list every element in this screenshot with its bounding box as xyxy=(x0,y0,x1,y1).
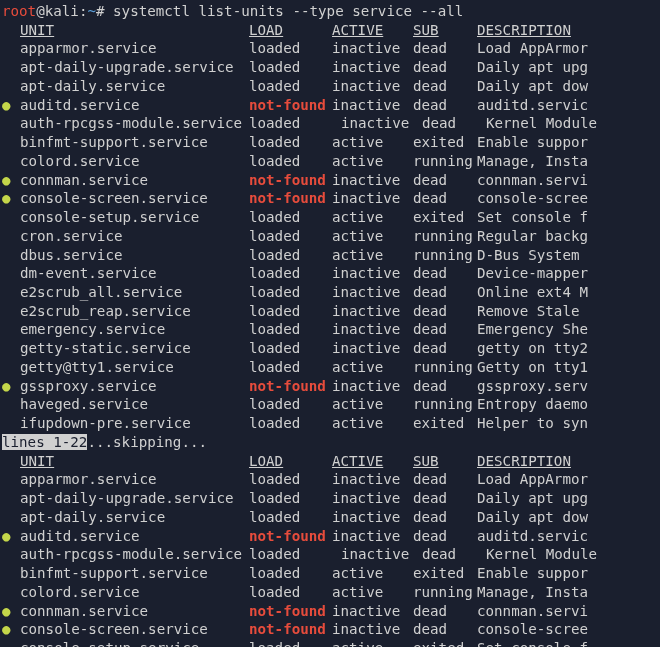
header-load: LOAD xyxy=(249,452,332,471)
description: Enable suppor xyxy=(477,564,660,583)
load-state: loaded xyxy=(249,227,332,246)
description: Daily apt upg xyxy=(477,489,660,508)
status-bullet-icon: ● xyxy=(2,377,20,396)
table-row: emergency.serviceloadedinactivedeadEmerg… xyxy=(2,320,660,339)
unit-name: console-setup.service xyxy=(20,639,249,647)
table-row: binfmt-support.serviceloadedactiveexited… xyxy=(2,133,660,152)
header-active: ACTIVE xyxy=(332,21,413,40)
load-state: loaded xyxy=(249,639,332,647)
status-bullet-icon: ● xyxy=(2,171,20,190)
unit-name: e2scrub_all.service xyxy=(20,283,249,302)
active-state: inactive xyxy=(332,470,413,489)
status-bullet-icon xyxy=(2,283,20,302)
status-bullet-icon xyxy=(2,639,20,647)
description: auditd.servic xyxy=(477,527,660,546)
unit-name: colord.service xyxy=(20,152,249,171)
table-row: auth-rpcgss-module.serviceloadedinactive… xyxy=(2,114,660,133)
load-state: loaded xyxy=(249,77,332,96)
unit-name: apparmor.service xyxy=(20,470,249,489)
active-state: inactive xyxy=(332,171,413,190)
load-state: loaded xyxy=(249,39,332,58)
status-bullet-icon: ● xyxy=(2,602,20,621)
description: Emergency She xyxy=(477,320,660,339)
table-row: binfmt-support.serviceloadedactiveexited… xyxy=(2,564,660,583)
sub-state: exited xyxy=(413,133,477,152)
description: Daily apt dow xyxy=(477,508,660,527)
active-state: inactive xyxy=(332,339,413,358)
status-bullet-icon xyxy=(2,208,20,227)
load-state: loaded xyxy=(249,489,332,508)
description: Enable suppor xyxy=(477,133,660,152)
prompt-host: kali xyxy=(45,3,79,19)
table-row: apt-daily.serviceloadedinactivedeadDaily… xyxy=(2,77,660,96)
description: Manage, Insta xyxy=(477,583,660,602)
sub-state: dead xyxy=(413,470,477,489)
description: Load AppArmor xyxy=(477,39,660,58)
load-state: loaded xyxy=(249,246,332,265)
description: D-Bus System xyxy=(477,246,660,265)
status-bullet-icon xyxy=(2,320,20,339)
table-row: colord.serviceloadedactiverunningManage,… xyxy=(2,583,660,602)
sub-state: running xyxy=(413,246,477,265)
table-row: apparmor.serviceloadedinactivedeadLoad A… xyxy=(2,39,660,58)
load-state: loaded xyxy=(249,414,332,433)
active-state: active xyxy=(332,414,413,433)
sub-state: dead xyxy=(413,320,477,339)
unit-name: apt-daily-upgrade.service xyxy=(20,489,249,508)
prompt-line[interactable]: root@kali:~# systemctl list-units --type… xyxy=(2,2,660,21)
active-state: active xyxy=(332,227,413,246)
load-state: not-found xyxy=(249,602,332,621)
active-state: inactive xyxy=(332,320,413,339)
unit-name: auditd.service xyxy=(20,96,249,115)
pager-line[interactable]: lines 1-22...skipping... xyxy=(2,433,660,452)
status-bullet-icon: ● xyxy=(2,527,20,546)
table-row: apparmor.serviceloadedinactivedeadLoad A… xyxy=(2,470,660,489)
pager-skip: ...skipping... xyxy=(87,434,207,450)
description: Set console f xyxy=(477,208,660,227)
status-bullet-icon xyxy=(2,564,20,583)
sub-state: dead xyxy=(413,545,477,564)
active-state: inactive xyxy=(332,377,413,396)
status-bullet-icon: ● xyxy=(2,620,20,639)
description: connman.servi xyxy=(477,171,660,190)
unit-name: connman.service xyxy=(20,171,249,190)
load-state: loaded xyxy=(249,208,332,227)
sub-state: running xyxy=(413,395,477,414)
unit-name: e2scrub_reap.service xyxy=(20,302,249,321)
status-bullet-icon xyxy=(2,545,20,564)
load-state: loaded xyxy=(249,395,332,414)
load-state: loaded xyxy=(249,283,332,302)
sub-state: dead xyxy=(413,377,477,396)
active-state: inactive xyxy=(332,602,413,621)
load-state: not-found xyxy=(249,96,332,115)
header-bullet xyxy=(2,452,20,471)
active-state: active xyxy=(332,639,413,647)
unit-name: ifupdown-pre.service xyxy=(20,414,249,433)
load-state: loaded xyxy=(249,264,332,283)
status-bullet-icon: ● xyxy=(2,96,20,115)
sub-state: dead xyxy=(413,527,477,546)
header-active: ACTIVE xyxy=(332,452,413,471)
sub-state: running xyxy=(413,227,477,246)
table-row: apt-daily-upgrade.serviceloadedinactived… xyxy=(2,58,660,77)
description: Manage, Insta xyxy=(477,152,660,171)
prompt-symbol: # xyxy=(96,3,105,19)
status-bullet-icon xyxy=(2,414,20,433)
active-state: inactive xyxy=(332,302,413,321)
unit-name: gssproxy.service xyxy=(20,377,249,396)
description: getty on tty2 xyxy=(477,339,660,358)
unit-name: emergency.service xyxy=(20,320,249,339)
description: console-scree xyxy=(477,620,660,639)
header-unit: UNIT xyxy=(20,452,249,471)
active-state: inactive xyxy=(332,58,413,77)
active-state: active xyxy=(332,152,413,171)
unit-name: haveged.service xyxy=(20,395,249,414)
status-bullet-icon xyxy=(2,77,20,96)
sub-state: running xyxy=(413,358,477,377)
sub-state: dead xyxy=(413,96,477,115)
active-state: inactive xyxy=(332,527,413,546)
table-row: apt-daily-upgrade.serviceloadedinactived… xyxy=(2,489,660,508)
status-bullet-icon xyxy=(2,58,20,77)
unit-name: apt-daily.service xyxy=(20,77,249,96)
load-state: loaded xyxy=(249,152,332,171)
